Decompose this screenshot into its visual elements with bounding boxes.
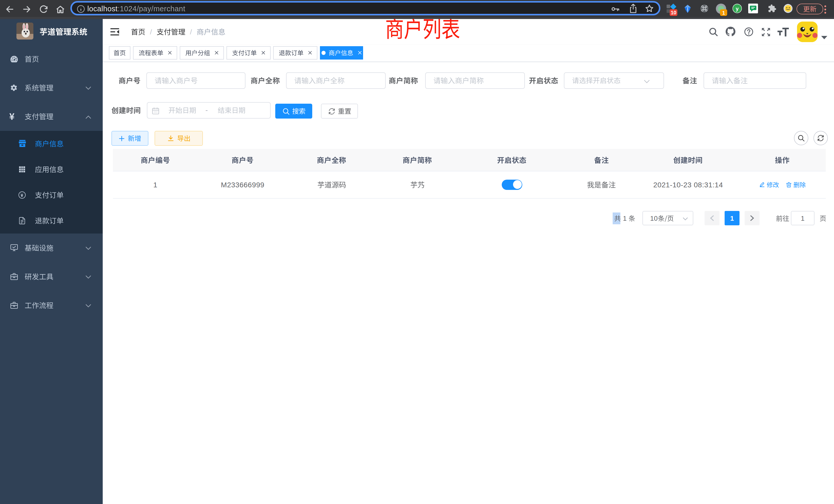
- svg-text:1: 1: [722, 10, 725, 16]
- svg-text:y: y: [736, 6, 739, 12]
- svg-text:10: 10: [671, 10, 676, 16]
